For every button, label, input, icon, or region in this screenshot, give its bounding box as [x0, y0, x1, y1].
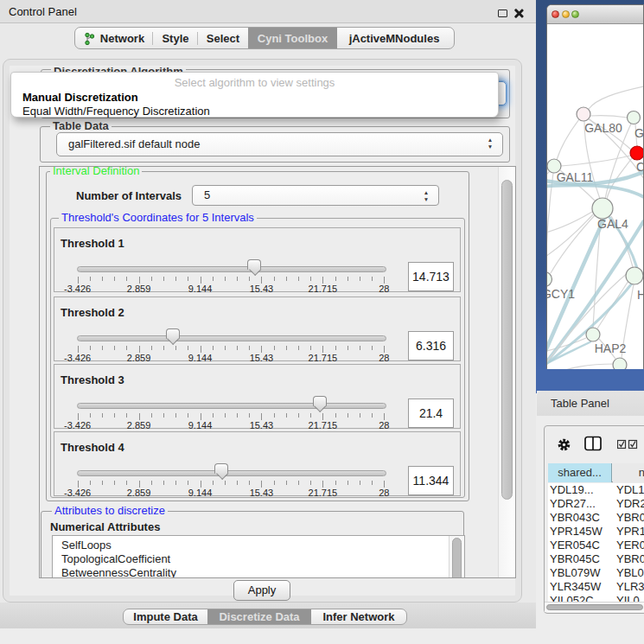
scale-label: -3.426: [52, 353, 104, 363]
dropdown-item-equal-width[interactable]: Equal Width/Frequency Discretization: [22, 105, 210, 118]
network-node-gal4[interactable]: [592, 198, 613, 219]
table-rows: YDL19...YDL1YDR27...YDR2YBR043CYBR0YPR14…: [548, 483, 644, 602]
numerical-attributes-list[interactable]: SelfLoopsTopologicalCoefficientBetweenne…: [52, 535, 465, 577]
scale-label: -3.426: [52, 284, 104, 294]
table-row[interactable]: YBR045CYBR0: [548, 552, 644, 566]
threshold-3-label: Threshold 3: [61, 373, 124, 386]
network-edge[interactable]: [551, 215, 595, 273]
scale-label: 2.859: [113, 353, 165, 363]
threshold-2-value-field[interactable]: 6.316: [408, 331, 454, 360]
network-node[interactable]: [613, 358, 627, 369]
threshold-1-slider-thumb[interactable]: [247, 259, 261, 270]
column-header-name[interactable]: na: [613, 463, 644, 482]
threshold-1-label: Threshold 1: [61, 237, 124, 250]
gear-icon[interactable]: [557, 437, 571, 452]
split-columns-icon[interactable]: [584, 436, 603, 452]
scale-label: 2.859: [113, 284, 165, 294]
network-edge[interactable]: [547, 212, 592, 235]
threshold-4-value-field[interactable]: 11.344: [408, 466, 454, 495]
network-edge[interactable]: [561, 156, 630, 166]
table-data-combo[interactable]: galFiltered.sif default node ▲▼: [56, 132, 503, 156]
scale-label: 28: [358, 353, 410, 363]
attribute-item[interactable]: TopologicalCoefficient: [53, 552, 464, 566]
table-scrollbar-thumb[interactable]: [546, 604, 643, 610]
attribute-item[interactable]: BetweennessCentrality: [53, 566, 464, 577]
tab-label: Impute Data: [133, 610, 197, 623]
tab-cyni-toolbox[interactable]: Cyni Toolbox: [248, 28, 337, 48]
num-intervals-spinner[interactable]: 5 ▲▼: [192, 185, 439, 206]
network-node-label: C: [636, 160, 643, 174]
table-row[interactable]: YPR145WYPR1: [548, 525, 644, 539]
table-horizontal-scrollbar[interactable]: [545, 602, 644, 612]
threshold-4-slider-thumb[interactable]: [214, 463, 228, 474]
table-row[interactable]: YBL079WYBL0: [548, 566, 644, 580]
tab-discretize-data[interactable]: Discretize Data: [207, 609, 311, 624]
scale-label: 9.144: [175, 353, 226, 363]
network-edge[interactable]: [547, 364, 615, 369]
network-node-label: GAL11: [557, 170, 594, 184]
table-row[interactable]: YLR345WYLR3: [548, 580, 644, 594]
bottom-tab-bar: Impute DataDiscretize DataInfer Network: [123, 609, 407, 625]
table-toolbar: [545, 426, 644, 462]
threshold-2-slider[interactable]: [77, 335, 386, 341]
top-tab-bar: NetworkStyleSelectCyni ToolboxjActiveMNo…: [74, 27, 455, 49]
network-edge-highlighted[interactable]: [547, 185, 643, 197]
table-row[interactable]: YER054CYER0: [548, 539, 644, 552]
network-edge[interactable]: [589, 86, 643, 109]
scale-label: 15.43: [235, 420, 287, 430]
table-data-combo-value: galFiltered.sif default node: [68, 137, 200, 150]
attribute-item[interactable]: SelfLoops: [53, 539, 464, 552]
tab-jactivemnodules[interactable]: jActiveMNodules: [337, 28, 451, 48]
column-header-shared-name[interactable]: shared...: [548, 463, 612, 482]
scale-label: 21.715: [296, 353, 348, 363]
scale-label: 15.43: [235, 353, 287, 363]
attributes-list-scrollbar-thumb[interactable]: [452, 538, 462, 577]
network-edge[interactable]: [557, 119, 579, 160]
scale-label: 21.715: [296, 284, 348, 294]
network-canvas[interactable]: GAL80GACGAL11GAL4GCY1HHAP2: [547, 25, 643, 369]
float-icon[interactable]: [498, 10, 507, 17]
table-row[interactable]: YDR27...YDR2: [548, 497, 644, 511]
threshold-1-slider[interactable]: [77, 266, 386, 272]
attributes-list-scrollbar[interactable]: [449, 536, 464, 577]
attributes-group-title: Attributes to discretize: [52, 505, 168, 517]
threshold-4-block: Threshold 4-3.4262.8599.14415.4321.71528…: [54, 431, 461, 496]
network-node-gal80[interactable]: [577, 107, 590, 121]
table-row[interactable]: YIL052CYIL0: [548, 594, 644, 602]
network-node-ga[interactable]: [628, 112, 641, 124]
table-panel-window: Table Panel shared... na YDL19...YDL1Y: [537, 391, 644, 644]
network-node-gcy1[interactable]: [547, 272, 552, 287]
tab-infer-network[interactable]: Infer Network: [311, 609, 406, 624]
cyni-toolbox-panel: Discretization Algorithm ▲▼ Table Data g…: [3, 59, 522, 603]
apply-button[interactable]: Apply: [233, 580, 290, 601]
threshold-1-value-field[interactable]: 14.713: [408, 262, 454, 291]
settings-scrollbar-thumb[interactable]: [501, 180, 513, 500]
scale-label: 28: [358, 284, 410, 294]
settings-vertical-scrollbar[interactable]: [498, 167, 515, 577]
tab-impute-data[interactable]: Impute Data: [124, 609, 207, 624]
close-traffic-light[interactable]: [552, 10, 559, 18]
threshold-3-value-field[interactable]: 21.4: [408, 399, 454, 428]
threshold-4-slider[interactable]: [77, 470, 386, 476]
num-intervals-value: 5: [204, 188, 210, 201]
numerical-attributes-label: Numerical Attributes: [50, 520, 160, 533]
minimize-traffic-light[interactable]: [562, 10, 570, 18]
close-icon[interactable]: [513, 9, 523, 18]
network-node-hap2[interactable]: [586, 328, 600, 341]
zoom-traffic-light[interactable]: [571, 10, 579, 18]
network-edge[interactable]: [590, 116, 628, 118]
tab-select[interactable]: Select: [198, 28, 248, 48]
select-columns-icon[interactable]: [617, 439, 640, 450]
threshold-3-slider[interactable]: [77, 403, 386, 409]
dropdown-item-manual[interactable]: Manual Discretization: [22, 91, 138, 104]
settings-scroll-panel: Interval Definition Number of Intervals …: [39, 166, 516, 578]
threshold-3-slider-thumb[interactable]: [313, 396, 327, 406]
table-row[interactable]: YBR043CYBR0: [548, 511, 644, 525]
scale-label: 28: [358, 488, 410, 498]
tab-network[interactable]: Network: [75, 28, 153, 48]
tab-style[interactable]: Style: [153, 28, 198, 48]
table-row[interactable]: YDL19...YDL1: [548, 483, 644, 497]
network-node-h[interactable]: [626, 267, 643, 284]
network-node-c[interactable]: [630, 146, 643, 160]
threshold-2-slider-thumb[interactable]: [166, 328, 180, 339]
